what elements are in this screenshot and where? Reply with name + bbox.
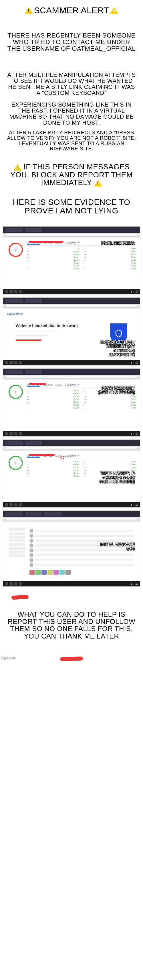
- block-subtext: — — — — — — — — — — — — — — —— — — — — —…: [16, 330, 104, 337]
- caption-3: FIRST REDIRECT (NOTHING FOUND): [95, 386, 135, 394]
- paragraph-3: EXPERIENCING SOMETHING LIKE THIS IN THE …: [0, 102, 143, 126]
- red-scribble-mark: [60, 656, 83, 661]
- browser-tabbar: [3, 298, 140, 304]
- screenshot-ip-address: 0 DETECTION DETAILS LINKS COMMUNITY —Cle…: [3, 439, 140, 508]
- detection-dial: 0: [9, 385, 23, 399]
- browser-addressbar: [3, 517, 140, 522]
- paragraph-4: AFTER 5 FAKE BITLY REDIRECTS AND A "PRES…: [0, 130, 143, 152]
- title-text: SCAMMER ALERT: [34, 6, 109, 15]
- avatar-row: [29, 570, 133, 575]
- paragraph-6: HERE IS SOME EVIDENCE TO PROVE I AM NOT …: [0, 198, 143, 215]
- windows-taskbar: ▲ ● 🔊: [3, 502, 140, 508]
- footer-text: WHAT YOU CAN DO TO HELP IS REPORT THIS U…: [0, 611, 143, 640]
- tab-community: COMMUNITY: [65, 383, 79, 387]
- red-circle-mark: [60, 456, 64, 459]
- windows-taskbar: ▲ ● 🔊: [3, 581, 140, 586]
- caption-1: FINAL REDIRECT:: [101, 241, 135, 245]
- brand-label: Malwarebytes: [7, 313, 136, 315]
- browser-tabbar: [3, 440, 140, 446]
- red-scribble-mark: [11, 595, 29, 600]
- browser-addressbar: [3, 233, 140, 237]
- redaction-mark: [29, 241, 63, 243]
- browser-addressbar: [3, 375, 140, 380]
- warning-icon: [13, 164, 21, 171]
- screenshot-message-log: ▲ ● 🔊 INITIAL MESSAGE LOG: [3, 511, 140, 587]
- browser-tabbar: [3, 369, 140, 375]
- paragraph-5: IF THIS PERSON MESSAGES YOU, BLOCK AND R…: [0, 163, 143, 186]
- caption-2: SECOND TO LAST REDIRECT (MY ANTIVIRUS BL…: [95, 340, 135, 356]
- warning-icon: [25, 7, 33, 14]
- virustotal-content: 3 DETECTION DETAILS LINKS COMMUNITY —●—C…: [3, 237, 140, 289]
- windows-taskbar: ▲ ● 🔊: [3, 431, 140, 436]
- tab-community: COMMUNITY: [65, 455, 79, 458]
- chat-content: [3, 522, 140, 581]
- warning-icon: [110, 7, 118, 14]
- title: SCAMMER ALERT: [0, 6, 143, 15]
- tab-links: LINKS: [56, 383, 62, 387]
- block-headline: Website blocked due to riskware: [16, 323, 104, 328]
- screenshot-final-redirect: 3 DETECTION DETAILS LINKS COMMUNITY —●—C…: [3, 226, 140, 294]
- browser-addressbar: [3, 446, 140, 450]
- windows-taskbar: ▲ ● 🔊: [3, 289, 140, 294]
- meme-page: SCAMMER ALERT THERE HAS RECENTLY BEEN SO…: [0, 6, 143, 661]
- paragraph-1: THERE HAS RECENTLY BEEN SOMEONE WHO TRIE…: [0, 32, 143, 52]
- detection-dial: 0: [9, 456, 23, 470]
- screenshot-first-redirect: 0 DETECTION DETAILS LINKS COMMUNITY —Cle…: [3, 368, 140, 437]
- paragraph-2: AFTER MULTIPLE MANIPULATION ATTEMPTS TO …: [0, 72, 143, 96]
- redaction-mark: [29, 454, 55, 456]
- caption-5: INITIAL MESSAGE LOG: [95, 542, 135, 550]
- chat-sidebar: [7, 526, 27, 577]
- screenshot-antivirus-block: Malwarebytes Website blocked due to risk…: [3, 298, 140, 366]
- tab-community: COMMUNITY: [65, 242, 79, 245]
- imgflip-watermark: imgflip.com: [1, 657, 16, 660]
- browser-addressbar: [3, 304, 140, 309]
- windows-taskbar: ▲ ● 🔊: [3, 360, 140, 365]
- warning-icon: [94, 180, 102, 186]
- browser-tabbar: [3, 511, 140, 517]
- browser-tabbar: [3, 227, 140, 233]
- chat-main: [27, 526, 136, 577]
- redaction-mark: [16, 339, 41, 341]
- detection-dial: 3: [9, 243, 23, 257]
- caption-4: THEIR HOSTED IP ADDRESS (ALSO NOTHING FO…: [95, 471, 135, 484]
- redaction-mark: [29, 383, 46, 385]
- p5-text: IF THIS PERSON MESSAGES YOU, BLOCK AND R…: [10, 162, 133, 187]
